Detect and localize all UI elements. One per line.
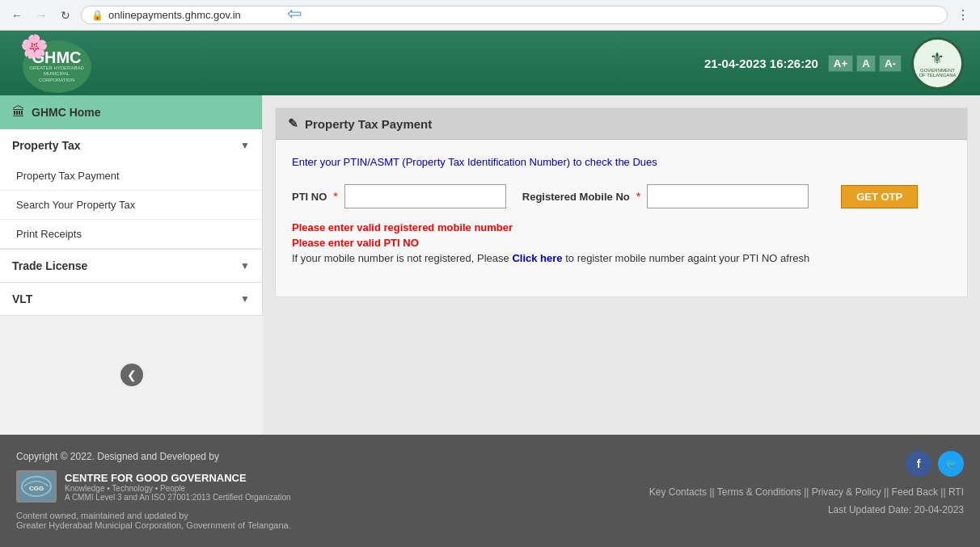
sidebar-item-print-receipts[interactable]: Print Receipts (0, 220, 262, 249)
logo-subtext: GREATER HYDERABAD MUNICIPAL CORPORATION (23, 65, 91, 83)
property-tax-chevron: ▼ (240, 140, 250, 151)
ptin-instruction: Enter your PTIN/ASMT (Property Tax Ident… (292, 156, 951, 168)
url-text: onlinepayments.ghmc.gov.in (108, 9, 937, 21)
mobile-label: Registered Mobile No (522, 191, 630, 203)
footer-right: f 🐦 Key Contacts || Terms & Conditions |… (649, 451, 964, 515)
sidebar-section-trade-license: Trade License ▼ (0, 250, 262, 283)
header-right: 21-04-2023 16:26:20 A+ A A- ⚜ GOVERNMENT… (704, 37, 964, 90)
logo-area: 🌸 GHMC GREATER HYDERABAD MUNICIPAL CORPO… (16, 35, 97, 91)
sidebar-section-vlt: VLT ▼ (0, 283, 262, 316)
panel-header: ✎ Property Tax Payment (276, 108, 967, 140)
lock-icon: 🔒 (91, 10, 103, 21)
sidebar-collapse-btn[interactable]: ❮ (120, 364, 143, 386)
vlt-chevron: ▼ (240, 293, 250, 305)
site-header: 🌸 GHMC GREATER HYDERABAD MUNICIPAL CORPO… (0, 31, 980, 95)
mobile-error: Please enter valid registered mobile num… (292, 221, 951, 234)
mobile-group: Registered Mobile No * (522, 184, 809, 208)
browser-menu-button[interactable]: ⋮ (954, 6, 972, 24)
font-increase-button[interactable]: A+ (828, 55, 853, 72)
get-otp-button[interactable]: GET OTP (841, 185, 918, 208)
sidebar-trade-license-label: Trade License (12, 259, 87, 272)
sidebar-section-property-tax: Property Tax ▼ Property Tax Payment Sear… (0, 129, 262, 250)
panel-title: Property Tax Payment (305, 117, 432, 131)
click-here-link[interactable]: Click here (512, 252, 562, 264)
sidebar-property-tax-label: Property Tax (12, 139, 81, 152)
cgg-name: CENTRE FOR GOOD GOVERNANCE (65, 472, 291, 484)
telangana-seal: ⚜ GOVERNMENTOF TELANGANA (911, 37, 964, 90)
cgg-certified: A CMMI Level 3 and An ISO 27001:2013 Cer… (65, 493, 291, 502)
footer-cgg: CGG CENTRE FOR GOOD GOVERNANCE Knowledge… (16, 470, 649, 503)
panel-body: Enter your PTIN/ASMT (Property Tax Ident… (276, 140, 967, 297)
sidebar-property-tax-header[interactable]: Property Tax ▼ (0, 129, 262, 162)
reload-button[interactable]: ↻ (57, 6, 74, 24)
sidebar-home-label: GHMC Home (32, 106, 101, 119)
sidebar-vlt-header[interactable]: VLT ▼ (0, 283, 262, 315)
error-messages: Please enter valid registered mobile num… (292, 221, 951, 264)
cgg-info: CENTRE FOR GOOD GOVERNANCE Knowledge • T… (65, 472, 291, 502)
font-size-controls: A+ A A- (828, 55, 902, 72)
forward-button[interactable]: → (32, 6, 50, 24)
cgg-logo: CGG (16, 470, 57, 503)
pti-no-label: PTI NO (292, 191, 327, 203)
pti-no-group: PTI NO * (292, 184, 506, 208)
footer-copyright: Copyright © 2022. Designed and Developed… (16, 451, 649, 462)
twitter-icon: 🐦 (945, 458, 957, 469)
datetime-display: 21-04-2023 16:26:20 (704, 57, 818, 70)
footer-links: Key Contacts || Terms & Conditions || Pr… (649, 486, 964, 498)
edit-icon: ✎ (288, 116, 298, 131)
register-suffix: to register mobile number againt your PT… (563, 252, 810, 264)
font-decrease-button[interactable]: A- (879, 55, 902, 72)
facebook-icon: f (917, 457, 921, 470)
register-prefix: If your mobile number is not registered,… (292, 252, 512, 264)
address-bar[interactable]: 🔒 onlinepayments.ghmc.gov.in (81, 6, 948, 24)
footer-left: Copyright © 2022. Designed and Developed… (16, 451, 649, 530)
cgg-subtitle: Knowledge • Technology • People (65, 484, 291, 493)
content-panel: ✎ Property Tax Payment Enter your PTIN/A… (275, 107, 968, 297)
pti-required-star: * (333, 190, 337, 203)
flower-decoration: 🌸 (20, 33, 49, 60)
svg-text:CGG: CGG (29, 485, 44, 492)
footer: Copyright © 2022. Designed and Developed… (0, 435, 980, 547)
footer-last-updated: Last Updated Date: 20-04-2023 (649, 504, 964, 515)
main-layout: 🏛 GHMC Home Property Tax ▼ Property Tax … (0, 95, 980, 435)
footer-top: Copyright © 2022. Designed and Developed… (16, 451, 964, 530)
content-area: ✎ Property Tax Payment Enter your PTIN/A… (263, 95, 980, 435)
footer-content-info: Content owned, maintained and updated by… (16, 511, 649, 530)
sidebar-wrapper: 🏛 GHMC Home Property Tax ▼ Property Tax … (0, 95, 263, 435)
home-icon: 🏛 (12, 105, 25, 120)
sidebar-trade-license-header[interactable]: Trade License ▼ (0, 250, 262, 282)
pti-no-input[interactable] (344, 184, 506, 208)
form-row: PTI NO * Registered Mobile No * GET OTP (292, 184, 951, 208)
register-message: If your mobile number is not registered,… (292, 252, 951, 264)
font-normal-button[interactable]: A (856, 55, 876, 72)
twitter-button[interactable]: 🐦 (938, 451, 964, 477)
facebook-button[interactable]: f (906, 451, 931, 477)
trade-license-chevron: ▼ (240, 260, 250, 271)
mobile-input[interactable] (647, 184, 809, 208)
sidebar-vlt-label: VLT (12, 292, 32, 305)
pti-error: Please enter valid PTI NO (292, 237, 951, 249)
sidebar-item-search-property-tax[interactable]: Search Your Property Tax (0, 191, 262, 220)
back-button[interactable]: ← (8, 6, 26, 24)
seal-inner: ⚜ GOVERNMENTOF TELANGANA (919, 48, 956, 78)
mobile-required-star: * (636, 190, 640, 203)
footer-social: f 🐦 (649, 451, 964, 477)
sidebar: 🏛 GHMC Home Property Tax ▼ Property Tax … (0, 95, 263, 316)
sidebar-item-property-tax-payment[interactable]: Property Tax Payment (0, 162, 262, 191)
sidebar-home[interactable]: 🏛 GHMC Home (0, 95, 262, 129)
